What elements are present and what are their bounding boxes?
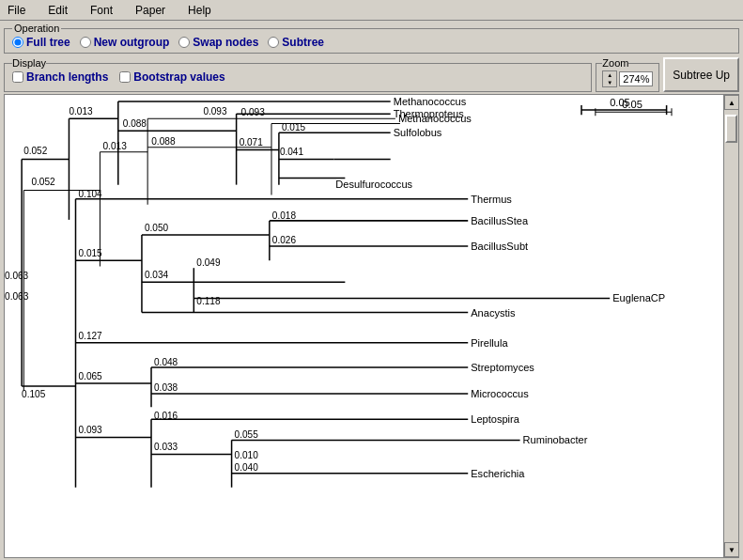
bl-105: 0.105	[22, 389, 46, 399]
bl-018: 0.018	[272, 210, 297, 221]
leaf-bacillussubt: BacillusSubt	[471, 241, 528, 252]
bl-5: 0.071	[240, 137, 264, 148]
bl-065: 0.065	[79, 371, 103, 381]
leaf-thermoproteus: Thermoproteus	[394, 108, 464, 119]
scroll-down-button[interactable]: ▼	[724, 542, 739, 557]
display-zoom-row: Display Branch lengths Bootstrap values …	[4, 57, 739, 92]
leaf-sulfolobus: Sulfolobus	[394, 127, 442, 138]
radio-swap-nodes[interactable]: Swap nodes	[178, 36, 258, 49]
zoom-group: Zoom ▲ ▼ 274%	[596, 57, 659, 92]
leaf-desulfurococcus: Desulfurococcus	[335, 179, 412, 190]
display-legend: Display	[12, 57, 46, 69]
zoom-down-button[interactable]: ▼	[603, 79, 616, 86]
leaf-methanococcus: Methanococcus	[394, 96, 467, 107]
radio-subtree[interactable]: Subtree	[268, 36, 324, 49]
menu-help[interactable]: Help	[184, 2, 215, 19]
zoom-legend: Zoom	[602, 57, 628, 69]
menu-file[interactable]: File	[4, 2, 29, 19]
scroll-track[interactable]	[724, 110, 738, 542]
leaf-escherichia: Escherichia	[471, 468, 525, 479]
bl-038: 0.038	[154, 382, 178, 393]
bl-055: 0.055	[235, 429, 259, 440]
menubar: File Edit Font Paper Help	[0, 0, 743, 21]
check-bootstrap-values[interactable]: Bootstrap values	[119, 70, 224, 84]
subtree-up-button[interactable]: Subtree Up	[663, 57, 739, 92]
zoom-up-button[interactable]: ▲	[603, 71, 616, 79]
menu-paper[interactable]: Paper	[132, 2, 169, 19]
bl-015: 0.015	[79, 248, 103, 258]
bl-1: 0.052	[23, 146, 48, 156]
bl-7: 0.041	[280, 147, 304, 157]
check-branch-lengths[interactable]: Branch lengths	[12, 70, 108, 84]
scrollbar[interactable]: ▲ ▼	[723, 95, 738, 557]
bl-4: 0.088	[123, 118, 147, 129]
leaf-ruminobacter: Ruminobacter	[523, 434, 588, 445]
bl-034: 0.034	[145, 270, 169, 280]
radio-new-outgroup[interactable]: New outgroup	[80, 36, 170, 49]
scroll-up-button[interactable]: ▲	[724, 95, 739, 110]
bl-104: 0.104	[79, 189, 103, 199]
menu-edit[interactable]: Edit	[44, 2, 71, 19]
bl-6: 0.015	[282, 122, 306, 132]
scale-label: 0.05	[610, 97, 630, 108]
operation-group: Operation Full tree New outgroup Swap no…	[4, 23, 739, 54]
bl-127: 0.127	[79, 331, 103, 341]
display-group: Display Branch lengths Bootstrap values	[4, 57, 592, 92]
bl-049: 0.049	[196, 257, 221, 268]
bl-048: 0.048	[154, 357, 178, 367]
leaf-micrococcus: Micrococcus	[471, 388, 529, 399]
menu-font[interactable]: Font	[86, 2, 116, 19]
zoom-value: 274%	[619, 71, 653, 86]
operation-legend: Operation	[12, 23, 61, 34]
bl-033: 0.033	[154, 442, 178, 452]
bl-050: 0.050	[145, 223, 169, 233]
leaf-anacystis: Anacystis	[471, 307, 516, 319]
bl-040: 0.040	[235, 462, 259, 473]
scroll-thumb[interactable]	[725, 115, 737, 143]
leaf-thermus: Thermus	[471, 194, 512, 205]
tree-container: 0.05 0.063 0.052 0.013 Methanococcus 0.0…	[4, 94, 739, 558]
leaf-leptospira: Leptospira	[471, 413, 520, 425]
bl-3: 0.093	[203, 106, 227, 117]
leaf-euglenacp: EuglenaCP	[612, 292, 665, 303]
phylo-tree-svg: 0.05 0.063 0.052 0.013 0.093 Methanococc…	[5, 95, 723, 557]
bl-010: 0.010	[235, 450, 259, 460]
leaf-bacillusstea: BacillusStea	[471, 215, 529, 226]
leaf-pirellula: Pirellula	[471, 337, 508, 349]
leaf-streptomyces: Streptomyces	[471, 362, 534, 373]
radio-full-tree[interactable]: Full tree	[12, 36, 70, 49]
bl-093: 0.093	[79, 425, 103, 435]
bl-2: 0.013	[69, 106, 93, 117]
root-label: 0.063	[5, 271, 29, 281]
bl-026: 0.026	[272, 235, 297, 245]
zoom-spinner[interactable]: ▲ ▼	[602, 70, 617, 87]
